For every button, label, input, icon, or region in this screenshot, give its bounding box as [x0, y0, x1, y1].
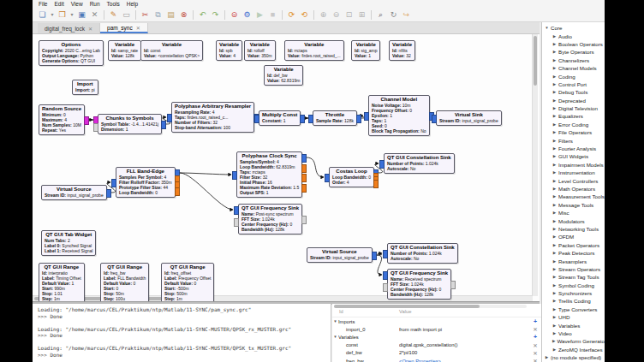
expander-closed-icon[interactable]: ▶ [552, 154, 557, 158]
port-float-out[interactable] [373, 180, 379, 188]
block-pfb_arb_resampler[interactable]: Polyphase Arbitrary ResamplerResampling … [171, 102, 254, 133]
expander-closed-icon[interactable]: ▶ [552, 98, 557, 103]
library-category-no-module[interactable]: ▶(no module specified) [542, 353, 605, 361]
expander-closed-icon[interactable]: ▶ [552, 130, 557, 134]
library-category-packet-operators[interactable]: ▶Packet Operators [542, 241, 605, 249]
port-complex-in[interactable] [167, 114, 172, 122]
expander-closed-icon[interactable]: ▶ [552, 259, 557, 264]
block-chunks_to_symbols[interactable]: Chunks to SymbolsSymbol Table-1.4...1.41… [98, 114, 162, 134]
block-var_const[interactable]: VariableIdconstValue<constellation QPSK> [140, 40, 203, 61]
block-qt_freq_sink1[interactable]: QT GUI Frequency SinkNamePost-sync spect… [238, 204, 302, 234]
block-var_rrctaps[interactable]: VariableIdrrctapsValuefirdes.root_raised… [284, 40, 344, 61]
cut-icon[interactable]: ✂ [140, 9, 151, 21]
expander-closed-icon[interactable]: ▶ [552, 267, 557, 271]
library-category-control-port[interactable]: ▶Control Port [542, 80, 605, 88]
expander-closed-icon[interactable]: ▶ [552, 194, 557, 199]
port-msg-in[interactable] [383, 283, 388, 292]
menu-file[interactable]: File [35, 1, 51, 7]
new-file-dropdown-icon[interactable]: ▾ [50, 9, 55, 21]
find-block-icon[interactable]: ⌕ [375, 9, 386, 21]
open-file-dropdown-icon[interactable]: ▾ [69, 9, 75, 21]
library-category-channelizers[interactable]: ▶Channelizers [542, 56, 605, 64]
block-var_def_bw[interactable]: VariableIddef_bwValue62.8319m [264, 65, 303, 86]
expander-closed-icon[interactable]: ▶ [552, 299, 557, 303]
expander-closed-icon[interactable]: ▶ [552, 187, 557, 191]
redo-icon[interactable]: ↷ [210, 9, 221, 21]
fit-view-icon[interactable]: ⊞ [356, 9, 367, 21]
library-category-instrumentation[interactable]: ▶Instrumentation [542, 169, 605, 176]
library-category-uhd[interactable]: ▶UHD [542, 313, 605, 321]
library-category-fourier-analysis[interactable]: ▶Fourier Analysis [542, 145, 605, 152]
library-category-deprecated[interactable]: ▶Deprecated [542, 97, 605, 104]
wire-fll_band_edge-to-qt_freq_sink1[interactable] [180, 173, 233, 210]
expander-closed-icon[interactable]: ▶ [552, 291, 557, 295]
port-complex-out[interactable] [106, 189, 111, 198]
execute-icon[interactable]: ▶ [254, 9, 265, 21]
expander-closed-icon[interactable]: ▶ [552, 179, 557, 183]
save-file-icon[interactable]: ▣ [76, 9, 87, 21]
library-category-zeromq-interfaces[interactable]: ▶ZeroMQ Interfaces [542, 346, 605, 353]
library-category-digital-television[interactable]: ▶Digital Television [542, 104, 605, 112]
block-qt_range_interpratio[interactable]: QT GUI RangeIdinterpratioLabelTiming Off… [39, 263, 85, 301]
expander-closed-icon[interactable]: ▶ [552, 58, 557, 62]
open-file-icon[interactable]: ❒ [57, 9, 68, 21]
library-category-misc[interactable]: ▶Misc [542, 209, 605, 217]
delete-icon[interactable]: ⊗ [178, 9, 189, 21]
expander-closed-icon[interactable]: ▶ [552, 283, 557, 288]
library-category-error-coding[interactable]: ▶Error Coding [542, 121, 605, 128]
port-complex-in[interactable] [308, 115, 313, 123]
add-entry-button[interactable]: + [529, 334, 541, 340]
library-category-measurement-tools[interactable]: ▶Measurement Tools [542, 193, 605, 200]
paste-icon[interactable]: ▤ [165, 9, 176, 21]
block-import_pi[interactable]: ImportImportpi [72, 80, 98, 95]
expander-closed-icon[interactable]: ▶ [552, 275, 557, 279]
variable-value[interactable]: <Open Properties> [399, 359, 529, 362]
port-complex-out[interactable] [372, 252, 377, 260]
expander-closed-icon[interactable]: ▶ [552, 34, 557, 39]
menu-edit[interactable]: Edit [51, 1, 67, 7]
block-qt_const_sink1[interactable]: QT GUI Constellation SinkNumber of Point… [384, 153, 455, 174]
library-category-symbol-coding[interactable]: ▶Symbol Coding [542, 282, 605, 289]
port-complex-out[interactable] [161, 121, 166, 129]
expander-closed-icon[interactable]: ▶ [552, 347, 557, 352]
tab-close-icon[interactable]: ✕ [136, 25, 140, 31]
block-throttle[interactable]: ThrottleSample Rate128k [313, 110, 357, 126]
expander-closed-icon[interactable]: ▶ [552, 251, 557, 255]
library-category-video[interactable]: ▶Video [542, 329, 605, 337]
menu-tools[interactable]: Tools [104, 1, 123, 7]
port-msg-in[interactable] [234, 218, 239, 227]
port-complex-in[interactable] [379, 160, 385, 169]
expander-open-icon[interactable]: ▼ [332, 319, 338, 323]
wire-virtual_source2-to-qt_freq_sink2[interactable] [377, 255, 382, 275]
expander-closed-icon[interactable]: ▶ [552, 227, 557, 231]
block-multiply_const[interactable]: Multiply ConstConstant1 [259, 110, 301, 126]
variable-group-variables[interactable]: ▼Variables+ [332, 333, 541, 341]
expander-closed-icon[interactable]: ▶ [552, 163, 557, 167]
kill-icon[interactable]: ■ [267, 9, 278, 21]
library-category-audio[interactable]: ▶Audio [542, 32, 605, 39]
close-file-icon[interactable]: ✕ [89, 9, 100, 21]
library-category-message-tools[interactable]: ▶Message Tools [542, 201, 605, 209]
generate-icon[interactable]: ⚙ [242, 9, 253, 21]
undo-icon[interactable]: ↶ [197, 9, 208, 21]
library-category-boolean-operators[interactable]: ▶Boolean Operators [542, 40, 605, 48]
port-complex-in[interactable] [432, 115, 437, 123]
tab-close-icon[interactable]: ✕ [88, 26, 92, 32]
library-category-filters[interactable]: ▶Filters [542, 136, 605, 144]
flowgraph-canvas[interactable]: OptionsCopyright2020 C...ering LabOutput… [33, 34, 540, 301]
port-complex-in[interactable] [254, 115, 259, 123]
library-category-ofdm[interactable]: ▶OFDM [542, 233, 605, 240]
block-var_sig_amp[interactable]: VariableIdsig_ampValue1 [351, 40, 380, 61]
expander-closed-icon[interactable]: ▶ [552, 243, 557, 247]
port-float-out[interactable] [301, 164, 307, 173]
port-msg-out[interactable] [301, 216, 307, 224]
screenshot-icon[interactable]: ✎ [108, 9, 119, 21]
scrollbar-thumb[interactable] [334, 305, 480, 308]
wire-pfb_clock_sync-to-costas_loop[interactable] [307, 157, 324, 177]
library-category-file-operators[interactable]: ▶File Operators [542, 128, 605, 136]
remove-entry-button[interactable]: ✕ [529, 350, 541, 356]
library-category-debug-tools[interactable]: ▶Debug Tools [542, 88, 605, 96]
library-category-networking-tools[interactable]: ▶Networking Tools [542, 225, 605, 233]
library-category-impairment-models[interactable]: ▶Impairment Models [542, 161, 605, 169]
block-costas_loop[interactable]: Costas LoopLoop Bandwidth0Order4 [329, 167, 374, 187]
